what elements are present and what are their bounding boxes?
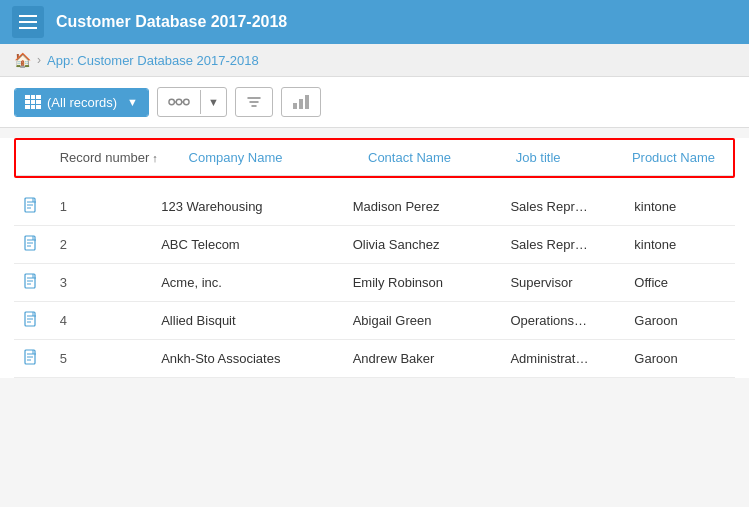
flow-button[interactable]: ▼ [157,87,227,117]
col-header-company[interactable]: Company Name [177,140,356,176]
header-highlight-box: Record number↑ Company Name Contact Name… [14,138,735,178]
chart-icon [292,94,310,110]
svg-rect-5 [293,103,297,109]
table-header-row: Record number↑ Company Name Contact Name… [16,140,733,176]
contact-name: Abigail Green [341,302,499,340]
filter-icon [246,94,262,110]
view-selector[interactable]: (All records) ▼ [14,88,149,117]
contact-name: Olivia Sanchez [341,226,499,264]
app-title: Customer Database 2017-2018 [56,13,287,31]
svg-rect-6 [299,99,303,109]
record-number: 1 [48,188,149,226]
record-number: 2 [48,226,149,264]
contact-name: Madison Perez [341,188,499,226]
menu-button[interactable] [12,6,44,38]
product-name: kintone [622,226,735,264]
job-title: Administrat… [498,340,622,378]
company-name: 123 Warehousing [149,188,341,226]
col-icon-header [16,140,48,176]
view-selector-left[interactable]: (All records) ▼ [15,89,148,116]
company-name: Allied Bisquit [149,302,341,340]
flow-button-main[interactable] [158,88,200,116]
contact-name: Andrew Baker [341,340,499,378]
data-table-body: 1123 WarehousingMadison PerezSales Repr…… [14,188,735,378]
job-title: Operations… [498,302,622,340]
col-header-record[interactable]: Record number↑ [48,140,177,176]
breadcrumb-bar: 🏠 › App: Customer Database 2017-2018 [0,44,749,77]
col-header-product[interactable]: Product Name [620,140,733,176]
process-icon [168,94,190,110]
svg-point-2 [184,99,190,105]
col-header-job[interactable]: Job title [504,140,620,176]
view-name: (All records) [47,95,117,110]
svg-point-1 [176,99,182,105]
breadcrumb-separator: › [37,53,41,67]
breadcrumb-path: App: Customer Database 2017-2018 [47,53,259,68]
company-name: Acme, inc. [149,264,341,302]
svg-point-0 [169,99,175,105]
chart-button[interactable] [281,87,321,117]
product-name: Garoon [622,340,735,378]
contact-name: Emily Robinson [341,264,499,302]
record-number: 3 [48,264,149,302]
data-table: Record number↑ Company Name Contact Name… [16,140,733,176]
row-doc-icon [14,264,48,302]
filter-button[interactable] [235,87,273,117]
product-name: Garoon [622,302,735,340]
view-dropdown-arrow: ▼ [127,96,138,108]
product-name: Office [622,264,735,302]
table-area: Record number↑ Company Name Contact Name… [0,138,749,378]
job-title: Sales Repr… [498,226,622,264]
row-doc-icon [14,302,48,340]
col-header-contact[interactable]: Contact Name [356,140,504,176]
table-row[interactable]: 1123 WarehousingMadison PerezSales Repr…… [14,188,735,226]
table-row[interactable]: 4Allied BisquitAbigail GreenOperations…G… [14,302,735,340]
table-row[interactable]: 5Ankh-Sto AssociatesAndrew BakerAdminist… [14,340,735,378]
record-number: 5 [48,340,149,378]
table-row[interactable]: 3Acme, inc.Emily RobinsonSupervisorOffic… [14,264,735,302]
product-name: kintone [622,188,735,226]
record-number: 4 [48,302,149,340]
row-doc-icon [14,340,48,378]
flow-dropdown-arrow[interactable]: ▼ [200,90,226,114]
table-row[interactable]: 2ABC TelecomOlivia SanchezSales Repr…kin… [14,226,735,264]
job-title: Supervisor [498,264,622,302]
job-title: Sales Repr… [498,188,622,226]
company-name: Ankh-Sto Associates [149,340,341,378]
app-header: Customer Database 2017-2018 [0,0,749,44]
row-doc-icon [14,226,48,264]
grid-view-icon [25,95,41,109]
home-icon[interactable]: 🏠 [14,52,31,68]
company-name: ABC Telecom [149,226,341,264]
row-doc-icon [14,188,48,226]
toolbar: (All records) ▼ ▼ [0,77,749,128]
svg-rect-7 [305,95,309,109]
